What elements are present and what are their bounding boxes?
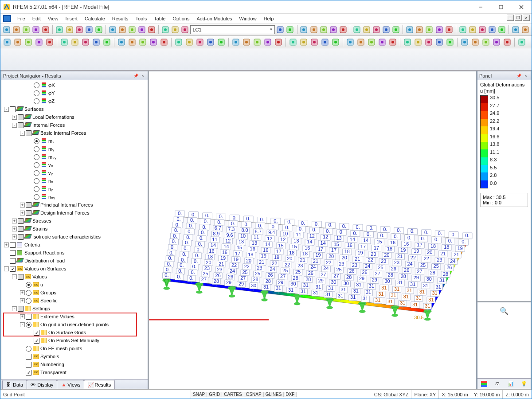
checkbox-disabled[interactable] [18,306,23,312]
expand-icon[interactable]: + [12,115,17,120]
status-toggle-dxf[interactable]: DXF [284,392,297,397]
toolbar-button[interactable] [319,25,328,35]
toolbar-button[interactable] [511,25,520,35]
toolbar-button[interactable] [41,25,50,35]
toolbar-button[interactable] [2,37,12,47]
tree-row[interactable]: -Internal Forces [1,121,148,129]
toolbar-button[interactable] [137,25,146,35]
tree-row[interactable]: ✓On Surface Grids [1,329,148,336]
toolbar-button[interactable] [118,25,127,35]
checkbox[interactable] [26,354,31,360]
radio-button[interactable] [26,322,31,328]
toolbar-button[interactable] [59,37,69,47]
checkbox[interactable] [26,314,31,320]
tree-row[interactable]: +Strains [1,225,148,233]
radio-button[interactable] [26,282,31,288]
toolbar-button[interactable] [252,37,262,47]
panel-close-icon[interactable]: × [140,73,146,79]
toolbar-button[interactable] [206,37,215,47]
menu-tools[interactable]: Tools [132,15,150,22]
tree-row[interactable]: On FE mesh points [1,344,148,352]
status-toggle-cartes[interactable]: CARTES [222,392,244,397]
tree-row[interactable]: mₓ [1,137,148,145]
toolbar-button[interactable] [329,25,338,35]
tree-row[interactable]: nₓᵧ [1,193,148,201]
tree-row[interactable]: xxu [1,281,148,289]
model-viewport[interactable]: 0.0.0.0.0.0.0.0.0.0.0.0.0.0.0.0.0.0.0.0.… [149,71,477,389]
radio-button[interactable] [34,82,39,88]
toolbar-button[interactable] [23,37,33,47]
toolbar-button[interactable] [445,25,454,35]
toolbar-button[interactable] [320,37,330,47]
checkbox-disabled[interactable] [26,210,31,216]
toolbar-button[interactable] [161,25,170,35]
toolbar-button[interactable] [2,25,11,35]
toolbar-button[interactable] [299,25,308,35]
legend-tool-2[interactable]: ⚖ [493,380,501,388]
toolbar-button[interactable] [195,37,205,47]
radio-button[interactable] [34,162,39,168]
checkbox-disabled[interactable] [18,226,23,232]
checkbox[interactable]: ✓ [10,266,16,272]
tree-row[interactable]: -xxValues [1,273,148,281]
radio-button[interactable] [26,346,31,352]
menu-edit[interactable]: Edit [29,15,44,22]
tree-row[interactable]: ✓On Points Set Manually [1,336,148,344]
radio-button[interactable] [34,98,39,104]
radio-button[interactable] [26,298,31,304]
toolbar-button[interactable] [388,37,398,47]
legend-pin-icon[interactable]: 📌 [516,73,522,79]
toolbar-button[interactable] [517,37,527,47]
tree-row[interactable]: +Design Internal Forces [1,209,148,217]
tree-row[interactable]: -Surfaces [1,105,148,113]
tree-row[interactable]: +Stresses [1,217,148,225]
toolbar-button[interactable] [81,37,90,47]
checkbox[interactable]: ✓ [34,338,39,344]
toolbar-button[interactable] [415,25,424,35]
toolbar-button[interactable] [128,25,137,35]
toolbar-button[interactable] [45,37,55,47]
expand-icon[interactable]: + [20,290,25,295]
toolbar-button[interactable] [55,25,64,35]
toolbar-button[interactable] [331,37,340,47]
toolbar-button[interactable] [425,25,434,35]
checkbox[interactable] [10,250,16,256]
radio-button[interactable] [34,154,39,160]
toolbar-button[interactable] [12,25,21,35]
checkbox-disabled[interactable] [18,114,23,120]
menu-help[interactable]: Help [260,15,278,22]
menu-options[interactable]: Options [169,15,193,22]
toolbar-button[interactable] [391,25,400,35]
radio-button[interactable] [34,146,39,152]
expand-icon[interactable]: + [20,211,25,215]
tree-row[interactable]: φZ [1,97,148,105]
legend-tool-1[interactable] [480,380,488,388]
checkbox-disabled[interactable] [26,202,31,208]
expand-icon[interactable]: + [12,219,17,223]
navigator-tree[interactable]: φXφYφZ-Surfaces+Local Deformations-Inter… [1,80,148,379]
legend-tool-3[interactable]: 📊 [507,380,515,388]
toolbar-button[interactable] [149,37,158,47]
tree-row[interactable]: mₓᵧ [1,153,148,161]
status-toggle-glines[interactable]: GLINES [264,392,284,397]
toolbar-button[interactable] [31,25,40,35]
checkbox[interactable] [26,362,31,368]
toolbar-button[interactable] [159,37,169,47]
status-toggle-grid[interactable]: GRID [207,392,222,397]
tree-row[interactable]: xxNumbering [1,360,148,368]
mdi-restore-button[interactable]: ❐ [515,15,522,21]
toolbar-button[interactable] [309,37,319,47]
toolbar-button[interactable] [147,25,156,35]
checkbox-disabled[interactable] [18,234,23,240]
toolbar-button[interactable] [138,37,148,47]
mdi-minimize-button[interactable]: – [507,15,514,21]
toolbar-button[interactable] [171,25,180,35]
toolbar-button[interactable] [184,37,194,47]
toolbar-button[interactable] [424,37,434,47]
expand-icon[interactable]: + [4,243,9,247]
toolbar-button[interactable] [102,37,112,47]
tree-row[interactable]: +xxSpecific [1,297,148,305]
collapse-icon[interactable]: - [4,107,9,112]
tree-row[interactable]: mᵧ [1,145,148,153]
checkbox-disabled[interactable] [26,130,31,136]
